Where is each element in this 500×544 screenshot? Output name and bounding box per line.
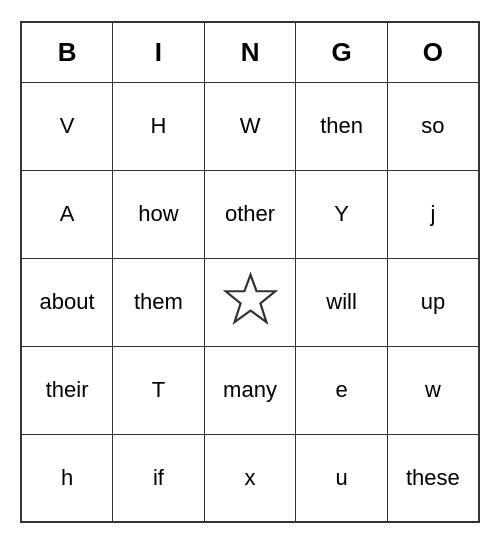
cell-1-1[interactable]: how bbox=[113, 170, 205, 258]
cell-2-0[interactable]: about bbox=[21, 258, 113, 346]
cell-3-4[interactable]: w bbox=[387, 346, 479, 434]
cell-0-0[interactable]: V bbox=[21, 82, 113, 170]
table-row: aboutthem willup bbox=[21, 258, 479, 346]
header-i: I bbox=[113, 22, 205, 82]
cell-3-0[interactable]: their bbox=[21, 346, 113, 434]
bingo-card: B I N G O VHWthensoAhowotherYjaboutthem … bbox=[20, 21, 480, 523]
table-row: hifxuthese bbox=[21, 434, 479, 522]
cell-2-4[interactable]: up bbox=[387, 258, 479, 346]
header-n: N bbox=[204, 22, 296, 82]
table-row: theirTmanyew bbox=[21, 346, 479, 434]
cell-4-4[interactable]: these bbox=[387, 434, 479, 522]
cell-3-2[interactable]: many bbox=[204, 346, 296, 434]
cell-0-3[interactable]: then bbox=[296, 82, 388, 170]
cell-0-1[interactable]: H bbox=[113, 82, 205, 170]
cell-4-0[interactable]: h bbox=[21, 434, 113, 522]
table-row: VHWthenso bbox=[21, 82, 479, 170]
table-row: AhowotherYj bbox=[21, 170, 479, 258]
cell-2-2[interactable] bbox=[204, 258, 296, 346]
cell-4-1[interactable]: if bbox=[113, 434, 205, 522]
cell-1-2[interactable]: other bbox=[204, 170, 296, 258]
cell-2-3[interactable]: will bbox=[296, 258, 388, 346]
cell-4-2[interactable]: x bbox=[204, 434, 296, 522]
cell-0-4[interactable]: so bbox=[387, 82, 479, 170]
cell-0-2[interactable]: W bbox=[204, 82, 296, 170]
cell-1-4[interactable]: j bbox=[387, 170, 479, 258]
cell-1-0[interactable]: A bbox=[21, 170, 113, 258]
cell-1-3[interactable]: Y bbox=[296, 170, 388, 258]
header-b: B bbox=[21, 22, 113, 82]
header-o: O bbox=[387, 22, 479, 82]
cell-2-1[interactable]: them bbox=[113, 258, 205, 346]
svg-marker-0 bbox=[225, 274, 275, 321]
bingo-body: VHWthensoAhowotherYjaboutthem willupthei… bbox=[21, 82, 479, 522]
free-space-star bbox=[223, 272, 278, 327]
header-row: B I N G O bbox=[21, 22, 479, 82]
cell-3-1[interactable]: T bbox=[113, 346, 205, 434]
header-g: G bbox=[296, 22, 388, 82]
cell-4-3[interactable]: u bbox=[296, 434, 388, 522]
cell-3-3[interactable]: e bbox=[296, 346, 388, 434]
